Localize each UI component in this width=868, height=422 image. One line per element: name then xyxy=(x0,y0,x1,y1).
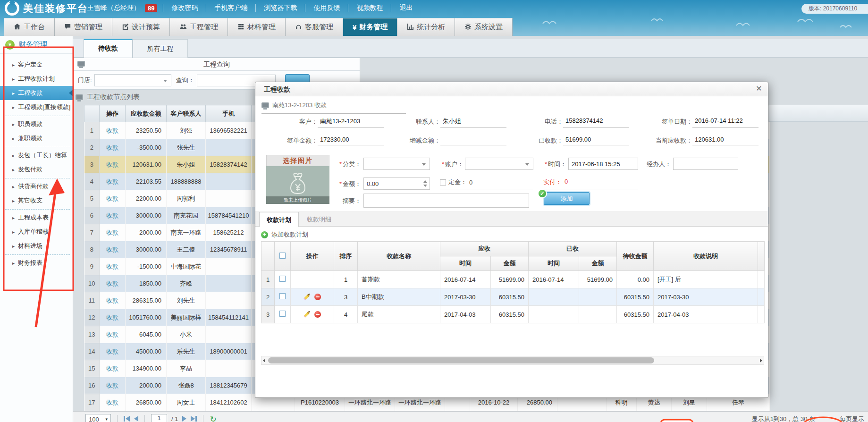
user-name[interactable]: 王雪峰（总经理） xyxy=(87,4,140,12)
sidebar-item[interactable]: ▸发包（工长）结算 xyxy=(0,148,73,162)
collect-link[interactable]: 收款 xyxy=(106,365,118,372)
collect-link[interactable]: 收款 xyxy=(106,144,118,151)
tab-payment-detail[interactable]: 收款明细 xyxy=(300,212,338,227)
deposit-checkbox[interactable] xyxy=(440,179,446,186)
collect-link[interactable]: 收款 xyxy=(106,331,118,338)
add-plan-link[interactable]: + 添加收款计划 xyxy=(261,230,308,239)
plan-row[interactable]: 11首期款2016-07-1451699.002016-07-1451699.0… xyxy=(261,271,765,288)
plan-row[interactable]: 23B中期款2017-03-3060315.5060315.502017-03-… xyxy=(261,288,765,306)
collect-link[interactable]: 收款 xyxy=(106,178,118,185)
tab-all-projects[interactable]: 所有工程 xyxy=(133,39,188,58)
note-cell: 2017-03-30 xyxy=(654,288,758,306)
collect-link[interactable]: 收款 xyxy=(106,212,118,219)
top-menu-item[interactable]: 视频教程 xyxy=(348,4,391,12)
collect-link[interactable]: 收款 xyxy=(106,161,118,168)
horizontal-scrollbar[interactable] xyxy=(261,356,764,365)
choose-image-button[interactable]: 选择图片 xyxy=(266,155,329,166)
tab-pending-receivables[interactable]: 待收款 xyxy=(84,39,133,58)
tab-payment-plan[interactable]: 收款计划 xyxy=(259,212,299,227)
category-select[interactable] xyxy=(363,158,430,170)
refresh-icon[interactable]: ↻ xyxy=(210,414,216,422)
sidebar-item[interactable]: ▸职员领款 xyxy=(0,117,73,131)
nav-tab-6[interactable]: 客服管理 xyxy=(286,18,343,36)
collect-link[interactable]: 收款 xyxy=(106,127,118,134)
sidebar-item[interactable]: ▸工程收款 xyxy=(0,86,73,100)
collect-link[interactable]: 收款 xyxy=(106,195,118,202)
image-upload[interactable]: 选择图片 暂未上传图片 xyxy=(266,155,329,204)
page-number-input[interactable]: 1 xyxy=(151,414,167,422)
top-menu-item[interactable]: 修改密码 xyxy=(163,4,206,12)
stepper-down-icon[interactable] xyxy=(423,185,427,187)
top-menu-item[interactable]: 手机客户端 xyxy=(206,4,255,12)
top-menu-item[interactable]: 退出 xyxy=(391,4,421,12)
sidebar-item[interactable]: ▸发包付款 xyxy=(0,162,73,177)
collect-link[interactable]: 收款 xyxy=(106,297,118,304)
scroll-left-icon[interactable] xyxy=(263,359,265,363)
collect-link[interactable]: 收款 xyxy=(106,348,118,355)
collect-link[interactable]: 收款 xyxy=(106,229,118,236)
add-payment-button[interactable]: 添加 xyxy=(544,192,590,205)
collect-link[interactable]: 收款 xyxy=(106,314,118,321)
scrollbar-thumb[interactable] xyxy=(268,357,654,363)
amount-stepper[interactable]: 0.00 xyxy=(363,177,430,190)
stepper-up-icon[interactable] xyxy=(423,180,427,183)
sidebar-item[interactable]: ▸供货商付款 xyxy=(0,179,73,194)
collect-link[interactable]: 收款 xyxy=(106,280,118,287)
arrow-icon: ▸ xyxy=(12,184,15,189)
row-checkbox[interactable] xyxy=(279,276,286,282)
store-select[interactable] xyxy=(94,74,171,86)
select-all-checkbox[interactable] xyxy=(279,253,286,259)
sidebar-item[interactable]: ▸材料进场 xyxy=(0,239,73,253)
top-menu-item[interactable]: 使用反馈 xyxy=(305,4,348,12)
collect-link[interactable]: 收款 xyxy=(106,382,118,389)
collect-link[interactable]: 收款 xyxy=(106,263,118,270)
last-page-button[interactable] xyxy=(191,416,197,422)
field-label: 签单日期： xyxy=(633,117,692,128)
close-icon[interactable]: × xyxy=(756,83,762,94)
prev-page-button[interactable] xyxy=(134,416,138,422)
main-nav: 工作台营销管理设计预算工程管理材料管理客服管理¥财务管理统计分析系统设置 xyxy=(4,18,513,36)
delete-icon[interactable] xyxy=(314,311,321,318)
delete-icon[interactable] xyxy=(314,294,321,300)
first-page-button[interactable] xyxy=(124,416,130,422)
scroll-right-icon[interactable] xyxy=(760,359,762,363)
sidebar-item[interactable]: ▸兼职领款 xyxy=(0,131,73,145)
nav-tab-4[interactable]: 工程管理 xyxy=(170,18,228,36)
sidebar-item-label: 客户定金 xyxy=(18,61,42,68)
collapse-icon[interactable]: ▾ xyxy=(5,40,15,50)
image-placeholder: 暂未上传图片 xyxy=(266,166,329,204)
time-input[interactable]: 2017-06-18 15:25 xyxy=(568,158,638,170)
notification-badge[interactable]: 89 xyxy=(145,4,157,12)
collect-link[interactable]: 收款 xyxy=(106,399,118,406)
top-menu-item[interactable]: 浏览器下载 xyxy=(255,4,305,12)
nav-tab-3[interactable]: 设计预算 xyxy=(112,18,170,36)
row-checkbox[interactable] xyxy=(279,311,286,317)
agent-input[interactable] xyxy=(673,158,738,170)
due-amount-cell: 60315.50 xyxy=(491,306,529,323)
nav-tab-2[interactable]: 营销管理 xyxy=(55,18,112,36)
summary-input[interactable] xyxy=(363,194,529,208)
sidebar-item[interactable]: ▸工程领款[直接领款] xyxy=(0,100,73,114)
sidebar-item-label: 工程收款计划 xyxy=(18,75,55,82)
sidebar-item[interactable]: ▸工程收款计划 xyxy=(0,72,73,86)
nav-tab-9[interactable]: 系统设置 xyxy=(455,18,513,36)
plan-row[interactable]: 34尾款2017-04-0360315.5060315.502017-04-03 xyxy=(261,306,765,323)
sidebar-item[interactable]: ▸财务报表 xyxy=(0,256,73,270)
column-header: 手机 xyxy=(206,105,252,122)
nav-tab-1[interactable]: 工作台 xyxy=(4,18,55,36)
account-select[interactable] xyxy=(465,158,533,170)
collect-link[interactable]: 收款 xyxy=(106,246,118,253)
sidebar-item[interactable]: ▸入库单稽核 xyxy=(0,225,73,239)
edit-icon[interactable] xyxy=(303,312,310,318)
sidebar-item[interactable]: ▸工程成本表 xyxy=(0,211,73,225)
edit-icon[interactable] xyxy=(303,294,310,300)
sidebar-item[interactable]: ▸客户定金 xyxy=(0,58,73,72)
row-checkbox[interactable] xyxy=(279,293,286,299)
page-size-select[interactable]: 100 ▾ xyxy=(85,414,111,422)
nav-tab-8[interactable]: 统计分析 xyxy=(397,18,455,36)
nav-tab-7[interactable]: ¥财务管理 xyxy=(343,18,397,36)
sidebar-item[interactable]: ▸其它收支 xyxy=(0,194,73,208)
sidebar-header[interactable]: ▾ 财务管理 xyxy=(0,36,73,54)
next-page-button[interactable] xyxy=(182,416,186,422)
nav-tab-5[interactable]: 材料管理 xyxy=(228,18,286,36)
